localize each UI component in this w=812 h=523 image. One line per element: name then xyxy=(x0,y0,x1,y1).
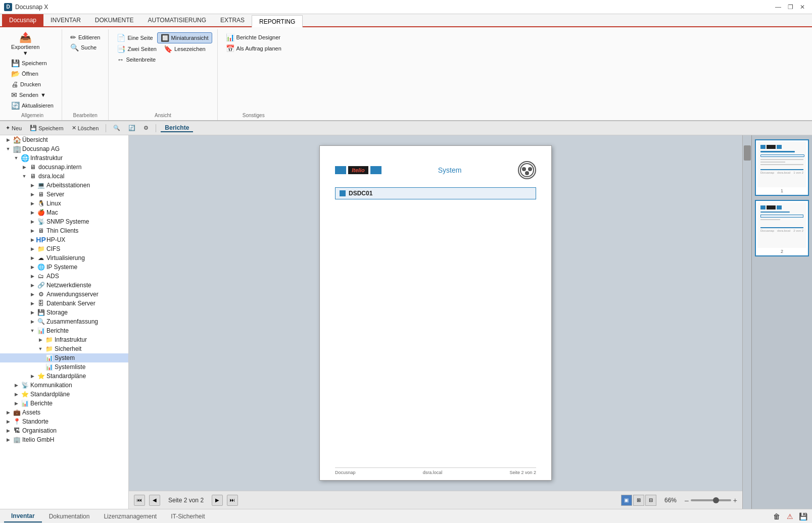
minimize-button[interactable]: — xyxy=(773,3,784,12)
zoom-out-icon[interactable]: – xyxy=(685,496,689,504)
tree-item-linux[interactable]: ▶ 🐧 Linux xyxy=(0,199,128,208)
view-grid-button[interactable]: ⊟ xyxy=(645,495,656,506)
aktualisieren-icon: 🔄 xyxy=(11,101,20,110)
tree-item-netzwerkdienste[interactable]: ▶ 🔗 Netzwerkdienste xyxy=(0,281,128,290)
tab-inventar[interactable]: INVENTAR xyxy=(43,14,88,26)
tree-item-systemliste[interactable]: 📊 Systemliste xyxy=(0,362,128,372)
tree-item-uebersicht[interactable]: ▶ 🏠 Übersicht xyxy=(0,135,128,144)
tree-item-virtualisierung[interactable]: ▶ ☁ Virtualisierung xyxy=(0,253,128,263)
lesezeichen-button[interactable]: 🔖 Lesezeichen xyxy=(161,44,209,54)
app-icon: D xyxy=(4,3,12,11)
bottom-tab-dokumentation[interactable]: Dokumentation xyxy=(42,511,97,522)
tree-item-ip-systeme[interactable]: ▶ 🌐 IP Systeme xyxy=(0,263,128,272)
view-double-button[interactable]: ⊞ xyxy=(633,495,644,506)
miniaturansicht-button[interactable]: 🔲 Miniaturansicht xyxy=(157,32,212,43)
logo-dark-center: Itelio xyxy=(348,166,368,174)
toolbar-loeschen-button[interactable]: ✕ Löschen xyxy=(69,124,102,132)
toolbar-neu-button[interactable]: ✦ Neu xyxy=(3,124,24,132)
tab-docusnap[interactable]: Docusnap xyxy=(2,14,43,26)
tree-item-berichte2[interactable]: ▶ 📊 Berichte xyxy=(0,399,128,408)
toolbar-speichern-button[interactable]: 💾 Speichern xyxy=(27,124,66,132)
toolbar-refresh-button[interactable]: 🔄 xyxy=(126,124,138,132)
tree-item-infrastruktur[interactable]: ▼ 🌐 Infrastruktur xyxy=(0,153,128,163)
zwei-seiten-button[interactable]: 📑 Zwei Seiten xyxy=(114,44,159,54)
exportieren-button[interactable]: 📤 Exportieren ▼ xyxy=(8,30,42,57)
tree-item-sicherheit[interactable]: ▼ 📁 Sicherheit xyxy=(0,344,128,353)
icon-systemliste: 📊 xyxy=(44,363,54,371)
tab-automatisierung[interactable]: AUTOMATISIERUNG xyxy=(141,14,214,26)
zoom-slider[interactable]: – + xyxy=(685,496,737,504)
page-next-button[interactable]: ▶ xyxy=(212,495,223,506)
footer-center: dsra.local xyxy=(423,470,443,475)
logo-text: Itelio xyxy=(352,167,365,173)
bottom-tab-it-sicherheit[interactable]: IT-Sicherheit xyxy=(164,511,212,522)
tree-item-datenbank-server[interactable]: ▶ 🗄 Datenbank Server xyxy=(0,299,128,308)
tree-item-docusnap-ag[interactable]: ▼ 🏢 Docusnap AG xyxy=(0,144,128,153)
senden-button[interactable]: ✉ Senden ▼ xyxy=(8,90,57,100)
thumb-logo-b-2 xyxy=(760,205,766,210)
aktualisieren-button[interactable]: 🔄 Aktualisieren xyxy=(8,100,57,111)
toggle-arbeitsstationen: ▶ xyxy=(28,183,36,188)
slider-track[interactable] xyxy=(691,499,731,501)
tree-item-mac[interactable]: ▶ 🍎 Mac xyxy=(0,208,128,217)
editieren-button[interactable]: ✏ Editieren xyxy=(67,32,103,42)
oeffnen-button[interactable]: 📂 Öffnen xyxy=(8,69,57,79)
close-button[interactable]: ✕ xyxy=(797,3,808,12)
tree-item-berichte-main[interactable]: ▼ 📊 Berichte xyxy=(0,326,128,335)
page-last-button[interactable]: ⏭ xyxy=(227,495,238,506)
tab-reporting[interactable]: REPORTING xyxy=(252,15,303,27)
tree-item-cifs[interactable]: ▶ 📁 CIFS xyxy=(0,244,128,253)
tree-item-ads[interactable]: ▶ 🗂 ADS xyxy=(0,272,128,281)
suche-button[interactable]: 🔍 Suche xyxy=(67,42,100,53)
seitenbreite-button[interactable]: ↔ Seitenbreite xyxy=(114,55,159,65)
tree-item-zusammenfassung[interactable]: ▶ 🔍 Zusammenfassung xyxy=(0,317,128,326)
bottom-icon-3[interactable]: 💾 xyxy=(798,511,808,521)
tree-item-kommunikation[interactable]: ▶ 📡 Kommunikation xyxy=(0,381,128,390)
bottom-icon-1[interactable]: 🗑 xyxy=(772,511,782,521)
speichern-button[interactable]: 💾 Speichern xyxy=(8,58,57,68)
toggle-standorte: ▶ xyxy=(4,419,12,424)
icon-server: 🖥 xyxy=(36,190,45,198)
toolbar-search-button[interactable]: 🔍 xyxy=(111,124,123,132)
zoom-in-icon[interactable]: + xyxy=(733,496,737,504)
tree-item-anwendungsserver[interactable]: ▶ ⚙ Anwendungsserver xyxy=(0,290,128,299)
tree-item-arbeitsstationen[interactable]: ▶ 💻 Arbeitsstationen xyxy=(0,181,128,190)
tree-item-thin-clients[interactable]: ▶ 🖥 Thin Clients xyxy=(0,226,128,235)
bottom-icon-2[interactable]: ⚠ xyxy=(785,511,795,521)
tree-item-hp-ux[interactable]: ▶ HP HP-UX xyxy=(0,235,128,244)
slider-thumb[interactable] xyxy=(713,497,719,503)
view-single-button[interactable]: ▣ xyxy=(621,495,632,506)
tab-dokumente[interactable]: DOKUMENTE xyxy=(88,14,141,26)
als-auftrag-planen-button[interactable]: 📅 Als Auftrag planen xyxy=(223,43,284,54)
tree-item-docusnap-intern[interactable]: ▶ 🖥 docusnap.intern xyxy=(0,163,128,172)
page-first-button[interactable]: ⏮ xyxy=(134,495,145,506)
tab-extras[interactable]: EXTRAS xyxy=(213,14,252,26)
report-page-area[interactable]: Itelio System xyxy=(129,135,742,491)
tree-item-standardplaene[interactable]: ▶ ⭐ Standardpläne xyxy=(0,390,128,399)
tree-item-standorte[interactable]: ▶ 📍 Standorte xyxy=(0,417,128,426)
tree-item-server[interactable]: ▶ 🖥 Server xyxy=(0,190,128,199)
tree-item-organisation[interactable]: ▶ 🏗 Organisation xyxy=(0,426,128,435)
report-scrollbar[interactable] xyxy=(742,135,751,509)
tree-item-storage[interactable]: ▶ 💾 Storage xyxy=(0,308,128,317)
berichte-designer-button[interactable]: 📊 Berichte Designer xyxy=(223,32,284,42)
toolbar-settings-button[interactable]: ⚙ xyxy=(141,124,151,132)
eine-seite-button[interactable]: 📄 Eine Seite xyxy=(114,33,156,43)
scroll-thumb[interactable] xyxy=(744,145,751,161)
bottom-tab-lizenzmanagement[interactable]: Lizenzmanagement xyxy=(97,511,164,522)
tree-item-dsra-local[interactable]: ▼ 🖥 dsra.local xyxy=(0,172,128,181)
thumbnail-1[interactable]: Docusnapdsra.local1 von 2 1 xyxy=(755,139,809,196)
page-prev-button[interactable]: ◀ xyxy=(149,495,160,506)
toggle-berichte-main: ▼ xyxy=(28,328,36,333)
toggle-hp-ux: ▶ xyxy=(28,237,36,242)
tree-item-itelio-gmbh[interactable]: ▶ 🏢 Itelio GmbH xyxy=(0,435,128,444)
drucken-button[interactable]: 🖨 Drucken xyxy=(8,79,57,89)
tree-item-snmp[interactable]: ▶ 📡 SNMP Systeme xyxy=(0,217,128,226)
restore-button[interactable]: ❐ xyxy=(785,3,796,12)
tree-item-system[interactable]: 📊 System xyxy=(0,353,128,362)
thumbnail-2[interactable]: Docusnapdsra.local2 von 2 2 xyxy=(755,200,809,256)
tree-item-infrastruktur-b[interactable]: ▶ 📁 Infrastruktur xyxy=(0,335,128,344)
tree-item-standardplaene-b[interactable]: ▶ ⭐ Standardpläne xyxy=(0,372,128,381)
bottom-tab-inventar[interactable]: Inventar xyxy=(4,510,42,522)
tree-item-assets[interactable]: ▶ 💼 Assets xyxy=(0,408,128,417)
